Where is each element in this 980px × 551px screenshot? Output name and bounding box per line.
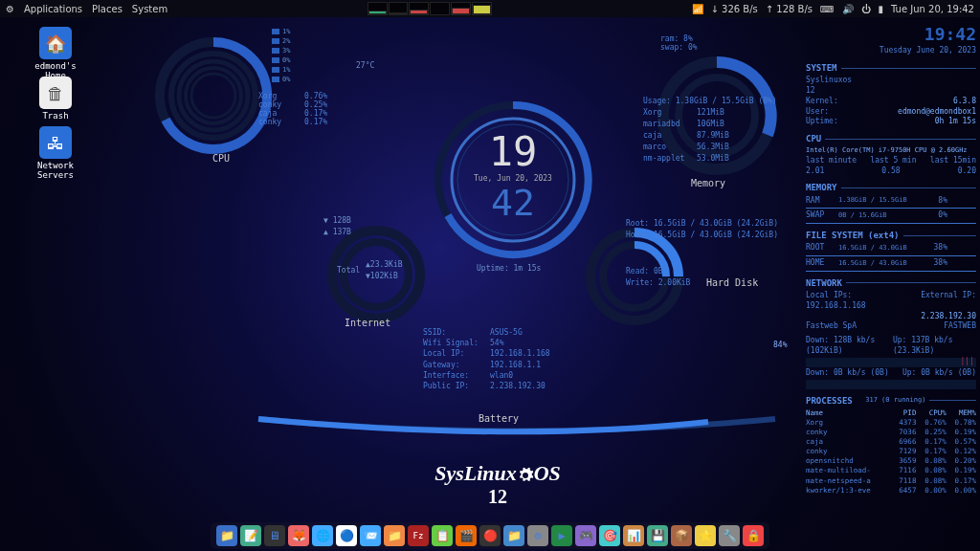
top-panel: ⚙ Applications Places System 📶 ↓ 326 B/s… <box>0 0 980 17</box>
dock-games[interactable]: 🎮 <box>575 525 596 546</box>
uptime-text: Uptime: 1m 15s <box>477 264 541 273</box>
svg-point-2 <box>179 61 248 130</box>
cpu-core-pct-list: 1% 2% 3% 0% 1% 0% <box>272 27 290 84</box>
dock-monitor[interactable]: 📊 <box>623 525 644 546</box>
net-down-label: ▼ 128B <box>323 216 351 225</box>
battery-icon[interactable]: ▮ <box>879 4 884 14</box>
memory-detail: Usage: 1.38GiB / 15.5GiB (8%) Xorg121MiB… <box>643 96 777 165</box>
clock-minute: 42 <box>436 185 590 221</box>
cpu-top-procs: Xorg0.76% conky0.25% caja0.17% conky0.17… <box>258 92 327 126</box>
folder-home-icon: 🏠 <box>39 27 72 59</box>
menu-system[interactable]: System <box>132 4 167 14</box>
power-icon[interactable]: ⏻ <box>861 4 871 14</box>
wifi-icon[interactable]: 📶 <box>692 4 703 14</box>
network-icon: 🖧 <box>39 126 72 159</box>
sidebar-clock: 19:42 <box>806 23 976 46</box>
net-graph-1: ||| <box>806 358 976 367</box>
memory-label: Memory <box>691 178 725 188</box>
net-total-up: ▲23.3KiB <box>366 260 403 269</box>
dock-mail[interactable]: 📨 <box>360 525 381 546</box>
section-system: SYSTEM <box>806 62 976 74</box>
net-graph-2 <box>806 380 976 389</box>
ram-swap-text: ram: 8%swap: 0% <box>660 34 698 52</box>
dock-settings[interactable]: ⚙ <box>527 525 548 546</box>
network-detail: SSID:ASUS-5G Wifi Signal:54% Local IP:19… <box>423 327 550 391</box>
trash-icon: 🗑 <box>39 77 72 109</box>
dock-star[interactable]: ⭐ <box>695 525 716 546</box>
dock-pkg[interactable]: 📦 <box>671 525 692 546</box>
icon-label: Network Servers <box>17 161 94 180</box>
dock-lock[interactable]: 🔒 <box>743 525 764 546</box>
dock-chrome[interactable]: 🔵 <box>336 525 357 546</box>
volume-icon[interactable]: 🔊 <box>842 4 854 14</box>
dock-folder2[interactable]: 📁 <box>503 525 524 546</box>
dock-chromium[interactable]: 🌐 <box>312 525 333 546</box>
dock-notes[interactable]: 📋 <box>432 525 453 546</box>
section-cpu: CPU <box>806 133 976 144</box>
desktop-trash[interactable]: 🗑 Trash <box>23 77 88 121</box>
conky-sidebar: 19:42 Tuesday June 20, 2023 SYSTEM Sysli… <box>806 23 976 496</box>
section-memory: MEMORY <box>806 182 976 193</box>
clock-hour: 19 <box>436 132 590 172</box>
battery-pct: 84% <box>773 341 787 349</box>
section-processes: PROCESSES 317 (0 running) <box>806 395 976 407</box>
process-table: NamePIDCPU%MEM% Xorg43730.76%0.78% conky… <box>806 408 976 496</box>
svg-point-3 <box>186 68 241 123</box>
panel-clock[interactable]: Tue Jun 20, 19:42 <box>891 4 974 14</box>
clock-center: 19 Tue, Jun 20, 2023 42 <box>436 105 590 258</box>
cpu-label: CPU <box>212 153 230 164</box>
net-total-label: Total <box>337 266 360 275</box>
desktop-home-folder[interactable]: 🏠 edmond's Home <box>23 27 88 80</box>
section-filesystem: FILE SYSTEM (ext4) <box>806 230 976 241</box>
keyboard-icon[interactable]: ⌨ <box>820 4 834 14</box>
menu-places[interactable]: Places <box>92 4 122 14</box>
dock-files[interactable]: 📁 <box>216 525 237 546</box>
os-branding: SysLinuxOS 12 <box>373 461 622 508</box>
cpu-widget <box>151 29 276 163</box>
section-network: NETWORK <box>806 277 976 289</box>
netspeed-down: ↓ 326 B/s <box>711 4 758 14</box>
system-load-applet[interactable] <box>368 2 492 15</box>
dock-disk[interactable]: 💾 <box>647 525 668 546</box>
net-up-label: ▲ 137B <box>323 228 351 236</box>
dock-tools[interactable]: 🔧 <box>719 525 740 546</box>
gear-icon: ⚙ <box>6 4 14 14</box>
dock-firefox[interactable]: 🦊 <box>288 525 309 546</box>
cpu-temp: 27°C <box>356 61 374 70</box>
internet-label: Internet <box>345 318 390 328</box>
dock-record[interactable]: 🔴 <box>479 525 501 546</box>
sidebar-date: Tuesday June 20, 2023 <box>806 46 976 56</box>
gear-icon <box>517 467 534 484</box>
disk-detail: Root: 16.5GiB / 43.0GiB (24.2GiB) Home: … <box>626 218 778 289</box>
svg-point-4 <box>191 74 235 118</box>
icon-label: Trash <box>23 111 88 121</box>
netspeed-up: ↑ 128 B/s <box>766 4 813 14</box>
dock-folder[interactable]: 📁 <box>384 525 405 546</box>
dock-editor[interactable]: 📝 <box>240 525 261 546</box>
desktop-network-servers[interactable]: 🖧 Network Servers <box>17 126 94 180</box>
dock: 📁 📝 🖥 🦊 🌐 🔵 📨 📁 Fz 📋 🎬 🔴 📁 ⚙ ▶ 🎮 🎯 📊 💾 📦… <box>211 522 769 549</box>
dock-terminal[interactable]: 🖥 <box>264 525 285 546</box>
menu-applications[interactable]: Applications <box>24 4 82 14</box>
dock-target[interactable]: 🎯 <box>599 525 620 546</box>
battery-arc <box>249 400 785 438</box>
dock-filezilla[interactable]: Fz <box>408 525 429 546</box>
dock-video[interactable]: 🎬 <box>456 525 477 546</box>
net-total-down: ▼102KiB <box>366 272 398 280</box>
dock-play[interactable]: ▶ <box>551 525 572 546</box>
